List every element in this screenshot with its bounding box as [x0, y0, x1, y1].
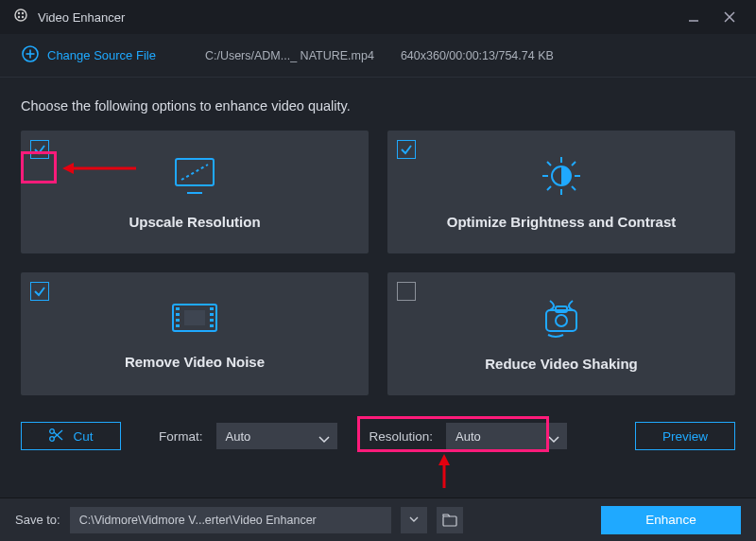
- svg-rect-28: [210, 307, 214, 310]
- card-brightness-label: Optimize Brightness and Contrast: [447, 214, 677, 230]
- check-icon: [400, 143, 413, 156]
- change-source-button[interactable]: Change Source File: [21, 44, 156, 66]
- filmstrip-icon: [169, 299, 220, 340]
- scissors-icon: [48, 428, 63, 445]
- svg-point-2: [22, 12, 24, 14]
- svg-point-4: [22, 16, 24, 18]
- svg-rect-11: [176, 159, 214, 185]
- svg-rect-32: [184, 310, 205, 325]
- svg-line-19: [547, 162, 551, 166]
- checkbox-brightness[interactable]: [397, 140, 416, 159]
- card-upscale[interactable]: Upscale Resolution: [21, 131, 369, 253]
- format-select[interactable]: Auto: [216, 423, 337, 449]
- svg-point-1: [18, 12, 20, 14]
- card-shaking-label: Reduce Video Shaking: [485, 356, 637, 372]
- svg-rect-29: [210, 313, 214, 316]
- chevron-down-icon: [318, 432, 330, 446]
- svg-point-3: [18, 16, 20, 18]
- add-icon: [21, 44, 40, 66]
- chevron-down-icon: [548, 432, 559, 446]
- check-icon: [33, 143, 46, 156]
- card-shaking[interactable]: Reduce Video Shaking: [387, 272, 735, 395]
- svg-point-36: [50, 428, 55, 433]
- titlebar: Video Enhancer: [0, 0, 756, 34]
- svg-line-12: [181, 165, 208, 180]
- enhance-button[interactable]: Enhance: [601, 506, 741, 534]
- svg-line-20: [572, 186, 576, 190]
- source-meta: 640x360/00:00:13/754.74 KB: [401, 49, 554, 62]
- card-brightness[interactable]: Optimize Brightness and Contrast: [387, 131, 735, 253]
- checkbox-noise[interactable]: [30, 282, 49, 301]
- svg-rect-25: [176, 313, 180, 316]
- svg-rect-24: [176, 307, 180, 310]
- sun-contrast-icon: [535, 155, 588, 201]
- format-label: Format:: [159, 429, 203, 444]
- instruction-text: Choose the following options to enhance …: [21, 98, 735, 113]
- checkbox-upscale[interactable]: [30, 140, 49, 159]
- resolution-value: Auto: [455, 429, 481, 444]
- browse-folder-button[interactable]: [437, 507, 463, 533]
- app-icon: [13, 8, 28, 26]
- cut-button[interactable]: Cut: [21, 422, 121, 450]
- app-title: Video Enhancer: [38, 10, 125, 25]
- minimize-button[interactable]: [680, 8, 707, 26]
- save-to-label: Save to:: [15, 513, 60, 527]
- format-value: Auto: [226, 429, 251, 444]
- svg-point-37: [50, 436, 55, 441]
- card-noise-label: Remove Video Noise: [125, 354, 265, 370]
- preview-label: Preview: [662, 429, 708, 444]
- resolution-label: Resolution:: [369, 429, 434, 444]
- svg-rect-31: [210, 324, 214, 327]
- svg-line-21: [547, 186, 551, 190]
- svg-point-0: [15, 9, 26, 21]
- folder-icon: [442, 514, 457, 527]
- card-upscale-label: Upscale Resolution: [129, 214, 260, 230]
- change-source-label: Change Source File: [47, 48, 156, 62]
- chevron-down-icon: [409, 516, 419, 523]
- svg-rect-26: [176, 319, 180, 322]
- svg-line-22: [572, 162, 576, 166]
- camera-shake-icon: [535, 297, 588, 342]
- cut-label: Cut: [73, 429, 93, 444]
- save-path-dropdown[interactable]: [401, 507, 427, 533]
- enhance-label: Enhance: [645, 513, 696, 527]
- save-path-field[interactable]: C:\Vidmore\Vidmore V...erter\Video Enhan…: [70, 507, 391, 533]
- card-noise[interactable]: Remove Video Noise: [21, 272, 369, 395]
- close-button[interactable]: [716, 8, 743, 26]
- save-path-value: C:\Vidmore\Vidmore V...erter\Video Enhan…: [79, 514, 317, 527]
- preview-button[interactable]: Preview: [635, 422, 735, 450]
- svg-rect-33: [546, 310, 576, 331]
- svg-rect-27: [176, 324, 180, 327]
- svg-point-35: [556, 315, 567, 326]
- checkbox-shaking[interactable]: [397, 282, 416, 301]
- svg-rect-30: [210, 319, 214, 322]
- svg-rect-40: [443, 516, 456, 526]
- monitor-icon: [170, 155, 219, 201]
- resolution-select[interactable]: Auto: [446, 423, 567, 449]
- source-path: C:/Users/ADM..._ NATURE.mp4: [205, 49, 374, 62]
- source-bar: Change Source File C:/Users/ADM..._ NATU…: [0, 34, 756, 78]
- check-icon: [33, 285, 46, 298]
